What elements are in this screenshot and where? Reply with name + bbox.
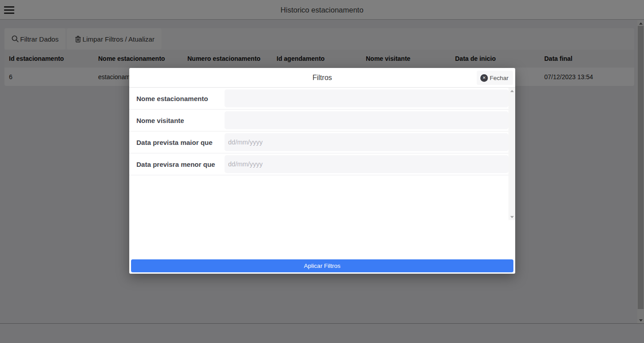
field-label: Nome estacionamento	[136, 95, 225, 102]
field-label: Data previsra menor que	[136, 161, 225, 168]
field-row-data-menor: Data previsra menor que	[129, 153, 508, 175]
modal-header: Filtros ✕ Fechar	[129, 68, 515, 88]
modal-scrollbar[interactable]	[508, 88, 515, 220]
field-label: Data prevista maior que	[136, 139, 225, 146]
field-label: Nome visitante	[136, 117, 225, 124]
filters-modal: Filtros ✕ Fechar Nome estacionamento Nom…	[129, 68, 515, 274]
close-button[interactable]: ✕ Fechar	[477, 71, 513, 85]
field-row-data-maior: Data prevista maior que	[129, 131, 508, 153]
close-icon: ✕	[480, 74, 488, 82]
filters-form: Nome estacionamento Nome visitante Data …	[129, 88, 515, 220]
field-row-nome-visitante: Nome visitante	[129, 110, 508, 131]
close-button-label: Fechar	[490, 75, 508, 81]
nome-estacionamento-input[interactable]	[225, 89, 508, 107]
modal-title: Filtros	[129, 68, 515, 88]
data-prevista-maior-input[interactable]	[225, 133, 508, 151]
modal-scroll-down-icon[interactable]	[508, 214, 515, 220]
data-prevista-menor-input[interactable]	[225, 155, 508, 173]
modal-scroll-up-icon[interactable]	[508, 88, 515, 94]
apply-filters-button[interactable]: Aplicar Filtros	[131, 259, 513, 272]
nome-visitante-input[interactable]	[225, 111, 508, 129]
field-row-nome-estacionamento: Nome estacionamento	[129, 88, 508, 110]
